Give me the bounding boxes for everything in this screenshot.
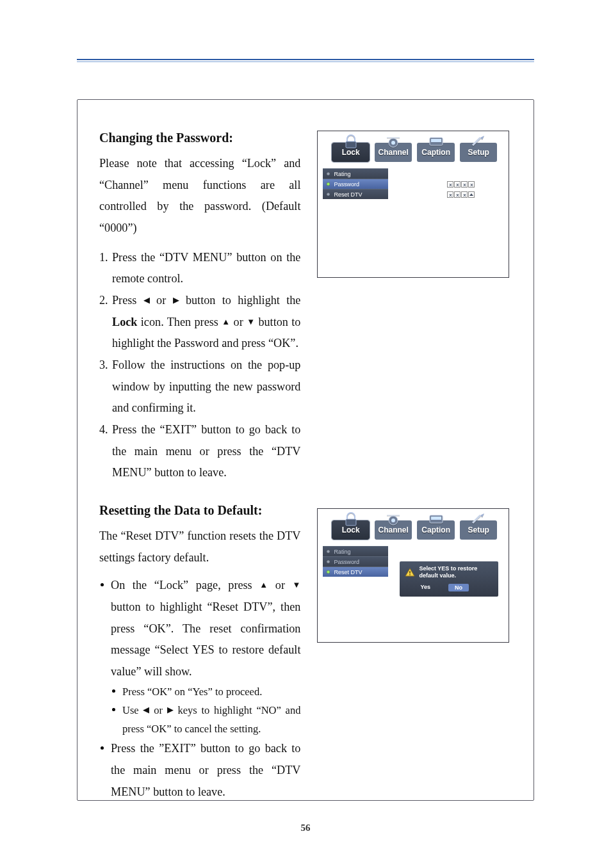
side-label: Password: [334, 559, 359, 565]
bullet-icon: [111, 683, 122, 702]
dialog-yes: Yes: [420, 584, 430, 591]
osd-field-new-password: New Password x x x x: [400, 180, 494, 189]
osd-tab-channel: Channel: [375, 143, 412, 162]
down-arrow-icon: ▼: [293, 581, 301, 589]
header-rule: [77, 59, 534, 60]
tab-label: Lock: [342, 148, 360, 157]
svg-rect-11: [410, 574, 411, 575]
svg-rect-4: [431, 139, 441, 142]
setup-icon: [469, 511, 488, 527]
right-arrow-icon: ▶: [167, 705, 174, 714]
svg-rect-5: [346, 519, 356, 526]
b3-frag-b: or: [149, 704, 167, 716]
step-2-frag-c: button to highlight the: [179, 294, 301, 307]
pwd-char-box: x: [461, 191, 468, 198]
osd-side-item-rating: Rating: [323, 168, 388, 179]
channel-icon: [384, 511, 403, 527]
down-arrow-icon: ▼: [247, 317, 255, 326]
step-2-lock-word: Lock: [112, 316, 137, 328]
osd-tab-caption: Caption: [417, 143, 455, 162]
pwd-cursor-box: [468, 191, 475, 198]
bullet-icon: [99, 738, 111, 803]
osd-confirm-dialog: Select YES to restore default value. Yes…: [400, 561, 498, 597]
step-1-text: Press the “DTV MENU” button on the remot…: [112, 247, 300, 290]
page-number: 56: [0, 823, 611, 833]
b1-frag-a: On the “Lock” page, press: [111, 579, 259, 591]
step-3-text: Follow the instructions on the pop-up wi…: [112, 355, 300, 419]
osd-tab-lock: Lock: [332, 143, 370, 162]
osd-side-item-reset: Reset DTV: [323, 189, 388, 199]
left-arrow-icon: ◀: [143, 705, 149, 714]
pwd-char-box: x: [447, 191, 453, 198]
right-arrow-icon: ▶: [173, 296, 179, 304]
side-label: Reset DTV: [334, 191, 362, 198]
para-intro-1: Please note that accessing “Lock” and “C…: [99, 153, 300, 239]
b1-frag-c: button to highlight “Reset DTV”, then pr…: [111, 600, 300, 678]
b1-frag-b: or: [268, 579, 292, 591]
osd-field-confirm: Confirm again x x x: [400, 190, 494, 199]
up-arrow-icon: ▲: [222, 317, 230, 326]
dialog-line-2: default value.: [419, 572, 456, 579]
step-number: 4.: [99, 419, 112, 484]
step-2-frag-a: Press: [112, 294, 143, 307]
osd-tab-lock: Lock: [332, 520, 370, 540]
side-label: Rating: [334, 171, 350, 177]
step-2-frag-e: icon. Then press: [137, 316, 222, 328]
lock-icon: [341, 511, 361, 527]
svg-rect-10: [410, 571, 411, 574]
osd-tab-caption: Caption: [417, 520, 455, 540]
pwd-char-box: x: [468, 181, 475, 188]
heading-resetting-default: Resetting the Data to Default:: [99, 503, 300, 518]
warning-icon: [405, 568, 415, 577]
bullet-use-arrows-no: Use ◀ or ▶ keys to highlight “NO” and pr…: [122, 702, 300, 739]
svg-rect-0: [346, 141, 356, 148]
bullet-press-ok-yes: Press “OK” on “Yes” to proceed.: [122, 683, 300, 702]
osd-side-item-reset: Reset DTV: [323, 567, 388, 577]
channel-icon: [384, 134, 403, 149]
osd-tab-setup: Setup: [460, 143, 498, 162]
bullet-onlock-text: On the “Lock” page, press ▲ or ▼ button …: [111, 575, 300, 682]
left-arrow-icon: ◀: [143, 296, 150, 304]
caption-icon: [427, 511, 446, 527]
field-label: New Password: [400, 181, 447, 188]
step-4-text: Press the “EXIT” button to go back to th…: [112, 419, 300, 484]
step-2-frag-f: or: [230, 316, 247, 328]
pwd-char-box: x: [454, 181, 460, 188]
dialog-line-1: Select YES to restore: [419, 565, 477, 572]
bullet-press-exit: Press the ”EXIT” button to go back to th…: [111, 738, 300, 803]
osd-side-item-rating: Rating: [323, 546, 388, 556]
osd-screenshot-password: Lock Channel Caption: [317, 131, 509, 278]
side-label: Rating: [334, 549, 350, 555]
heading-changing-password: Changing the Password:: [99, 131, 300, 145]
caption-icon: [427, 134, 446, 149]
side-label: Password: [334, 181, 359, 188]
b3-frag-a: Use: [122, 704, 143, 716]
step-2-text: Press ◀ or ▶ button to highlight the Loc…: [112, 290, 300, 355]
osd-side-item-password: Password: [323, 556, 388, 567]
dialog-message: Select YES to restore default value.: [419, 565, 477, 580]
tab-label: Lock: [342, 526, 360, 534]
pwd-char-box: x: [447, 181, 453, 188]
setup-icon: [469, 134, 488, 149]
dialog-no: No: [448, 584, 469, 591]
tab-label: Channel: [379, 526, 409, 534]
step-number: 1.: [99, 247, 112, 290]
side-label: Reset DTV: [334, 569, 362, 575]
tab-label: Setup: [468, 526, 489, 534]
svg-point-7: [391, 518, 395, 522]
lock-icon: [341, 134, 361, 149]
step-2-frag-b: or: [150, 294, 173, 307]
content-frame: Changing the Password: Please note that …: [77, 99, 534, 801]
tab-label: Channel: [379, 148, 409, 157]
pwd-char-box: x: [454, 191, 460, 198]
step-number: 3.: [99, 355, 112, 419]
osd-tab-setup: Setup: [460, 520, 498, 540]
svg-rect-9: [431, 517, 441, 520]
svg-point-2: [391, 141, 395, 145]
up-arrow-icon: ▲: [259, 581, 268, 589]
bullet-icon: [111, 702, 122, 739]
osd-side-item-password: Password: [323, 179, 388, 189]
step-number: 2.: [99, 290, 112, 355]
para-intro-2: The “Reset DTV” function resets the DTV …: [99, 526, 300, 568]
osd-screenshot-reset: Lock Channel Caption: [317, 508, 509, 643]
